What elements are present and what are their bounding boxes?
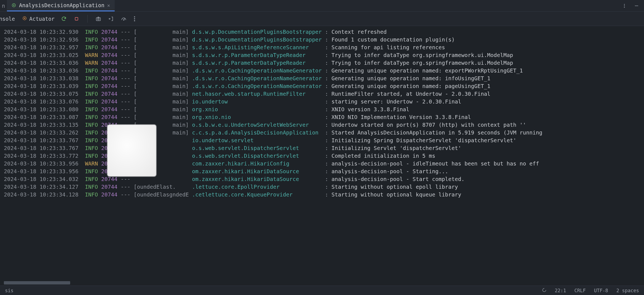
actuator-icon xyxy=(22,16,27,22)
log-line: 2024-03-18 10:23:33.076 INFO 20744 --- [… xyxy=(4,98,640,106)
caret-position[interactable]: 22:1 xyxy=(555,288,566,293)
log-line: 2024-03-18 10:23:33.087 INFO 20744 --- [… xyxy=(4,113,640,121)
status-bar: sis 22:1 CRLF UTF-8 2 spaces xyxy=(0,286,644,295)
close-icon[interactable]: × xyxy=(107,2,110,8)
line-separator[interactable]: CRLF xyxy=(574,288,586,293)
log-line: 2024-03-18 10:23:32.936 INFO 20744 --- [… xyxy=(4,36,640,44)
log-line: 2024-03-18 10:23:33.038 INFO 20744 --- [… xyxy=(4,75,640,82)
redaction-overlay xyxy=(107,125,156,177)
stop-button[interactable] xyxy=(73,15,80,22)
more-actions-icon[interactable] xyxy=(134,16,135,21)
log-line: 2024-03-18 10:23:33.262 INFO 20744 --- [… xyxy=(4,129,640,137)
console-tab[interactable]: nsole xyxy=(0,12,17,26)
svg-point-12 xyxy=(123,19,124,20)
log-line: 2024-03-18 10:23:33.135 INFO 20744 --- [… xyxy=(4,121,640,129)
horizontal-scrollbar[interactable] xyxy=(4,281,70,284)
rerun-button[interactable] xyxy=(60,15,67,22)
tab-title: AnalysisDecisionApplication xyxy=(19,2,104,8)
log-line: 2024-03-18 10:23:33.036 INFO 20744 --- [… xyxy=(4,67,640,75)
file-encoding[interactable]: UTF-8 xyxy=(594,288,608,293)
console-output[interactable]: 2024-03-18 10:23:32.930 INFO 20744 --- [… xyxy=(0,26,644,286)
actuator-tab[interactable]: Actuator xyxy=(22,16,55,22)
log-line: 2024-03-18 10:23:33.036 WARN 20744 --- [… xyxy=(4,59,640,67)
indent-setting[interactable]: 2 spaces xyxy=(616,288,639,293)
log-line: 2024-03-18 10:23:33.767 INFO 20744 --- o… xyxy=(4,144,640,152)
minimize-icon[interactable] xyxy=(634,3,639,8)
log-line: 2024-03-18 10:23:34.127 INFO 20744 --- [… xyxy=(4,183,640,191)
tab-strip-prev[interactable]: n xyxy=(0,0,7,11)
kebab-menu-icon[interactable] xyxy=(622,3,627,8)
status-left-stub: sis xyxy=(5,288,14,293)
actuator-label: Actuator xyxy=(29,16,55,22)
log-line: 2024-03-18 10:23:33.025 WARN 20744 --- [… xyxy=(4,51,640,59)
log-line: 2024-03-18 10:23:33.080 INFO 20744 --- [… xyxy=(4,106,640,113)
tab-strip-actions xyxy=(622,3,644,8)
exit-icon[interactable] xyxy=(107,15,115,22)
log-line: 2024-03-18 10:23:33.767 INFO 20744 --- i… xyxy=(4,137,640,144)
svg-rect-8 xyxy=(75,17,78,20)
log-line: 2024-03-18 10:23:33.075 INFO 20744 --- [… xyxy=(4,90,640,98)
editor-tabs: n AnalysisDecisionApplication × xyxy=(0,0,644,12)
log-line: 2024-03-18 10:23:33.039 INFO 20744 --- [… xyxy=(4,82,640,90)
svg-point-2 xyxy=(624,4,625,5)
tab-analysis-decision-application[interactable]: AnalysisDecisionApplication × xyxy=(7,0,115,11)
log-line: 2024-03-18 10:23:34.128 INFO 20744 --- [… xyxy=(4,191,640,199)
svg-marker-1 xyxy=(14,4,15,6)
run-config-icon xyxy=(11,3,16,8)
log-lines: 2024-03-18 10:23:32.930 INFO 20744 --- [… xyxy=(4,28,640,199)
svg-point-3 xyxy=(624,5,625,6)
log-line: 2024-03-18 10:23:32.957 INFO 20744 --- [… xyxy=(4,44,640,51)
log-line: 2024-03-18 10:23:32.930 INFO 20744 --- [… xyxy=(4,28,640,36)
progress-spinner-icon xyxy=(542,288,546,293)
log-line: 2024-03-18 10:23:33.956 INFO 20744 --- o… xyxy=(4,168,640,175)
run-toolbar: nsole Actuator xyxy=(0,12,644,26)
svg-point-10 xyxy=(98,18,99,20)
profiler-icon[interactable] xyxy=(120,15,127,22)
svg-point-4 xyxy=(624,7,625,7)
screenshot-icon[interactable] xyxy=(95,15,102,22)
toolbar-divider xyxy=(87,15,88,23)
log-line: 2024-03-18 10:23:34.032 INFO 20744 --- o… xyxy=(4,175,640,183)
log-line: 2024-03-18 10:23:33.956 WARN 20744 --- c… xyxy=(4,160,640,168)
svg-point-7 xyxy=(24,18,25,19)
log-line: 2024-03-18 10:23:33.772 INFO 20744 --- o… xyxy=(4,152,640,160)
